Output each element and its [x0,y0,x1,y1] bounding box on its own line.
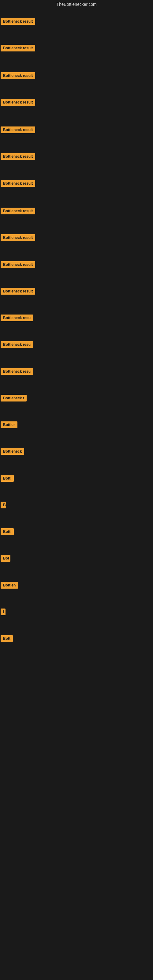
bottleneck-badge-5: Bottleneck result [1,126,35,133]
bottleneck-badge-2: Bottleneck result [1,45,35,51]
bottleneck-item-16: Bottler [1,421,18,430]
bottleneck-item-7: Bottleneck result [1,180,35,189]
bottleneck-item-21: Bot [1,554,10,563]
bottleneck-badge-22: Bottlen [1,582,18,589]
bottleneck-badge-19: B [1,502,6,508]
bottleneck-badge-12: Bottleneck resu [1,315,33,321]
bottleneck-badge-20: Bottl [1,528,14,535]
bottleneck-item-1: Bottleneck result [1,18,35,27]
bottleneck-item-5: Bottleneck result [1,126,35,135]
bottleneck-item-23: I [1,608,5,617]
bottleneck-item-2: Bottleneck result [1,44,35,53]
bottleneck-item-8: Bottleneck result [1,207,35,216]
bottleneck-badge-9: Bottleneck result [1,234,35,241]
bottleneck-badge-24: Bott [1,635,13,642]
bottleneck-item-4: Bottleneck result [1,98,35,108]
bottleneck-badge-14: Bottleneck resu [1,368,33,375]
site-title: TheBottlenecker.com [0,0,153,9]
bottleneck-badge-21: Bot [1,555,10,562]
bottleneck-badge-6: Bottleneck result [1,153,35,160]
bottleneck-item-6: Bottleneck result [1,153,35,162]
bottleneck-badge-15: Bottleneck r [1,395,27,401]
bottleneck-item-14: Bottleneck resu [1,368,33,377]
bottleneck-badge-7: Bottleneck result [1,180,35,187]
bottleneck-item-3: Bottleneck result [1,72,35,81]
bottleneck-item-24: Bott [1,635,13,644]
bottleneck-badge-18: Bottl [1,475,14,482]
bottleneck-item-20: Bottl [1,528,14,537]
bottleneck-badge-8: Bottleneck result [1,208,35,215]
bottleneck-badge-10: Bottleneck result [1,261,35,268]
bottleneck-item-17: Bottleneck [1,447,24,457]
bottleneck-badge-13: Bottleneck resu [1,341,33,348]
bottleneck-badge-4: Bottleneck result [1,99,35,106]
bottleneck-item-18: Bottl [1,474,14,484]
bottleneck-badge-16: Bottler [1,422,18,428]
bottleneck-item-13: Bottleneck resu [1,340,33,350]
items-container [0,9,153,10]
bottleneck-item-10: Bottleneck result [1,261,35,270]
bottleneck-badge-17: Bottleneck [1,448,24,455]
bottleneck-item-9: Bottleneck result [1,234,35,243]
bottleneck-badge-3: Bottleneck result [1,72,35,79]
bottleneck-badge-11: Bottleneck result [1,288,35,294]
bottleneck-item-19: B [1,501,6,510]
bottleneck-item-22: Bottlen [1,581,18,590]
bottleneck-badge-1: Bottleneck result [1,18,35,25]
bottleneck-item-12: Bottleneck resu [1,314,33,323]
bottleneck-badge-23: I [1,609,5,615]
bottleneck-item-11: Bottleneck result [1,287,35,296]
bottleneck-item-15: Bottleneck r [1,394,27,403]
